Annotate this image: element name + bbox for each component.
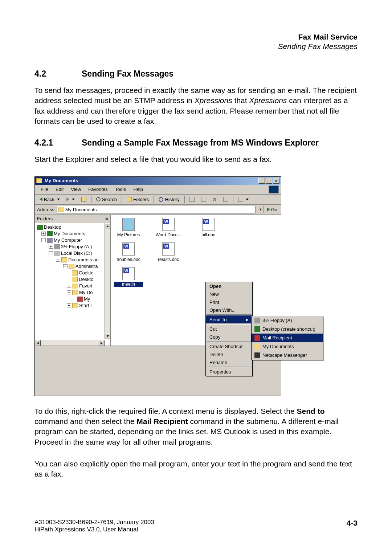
history-icon <box>159 197 163 202</box>
file-item-worddoc[interactable]: Word-Docu... <box>154 218 183 237</box>
folders-button[interactable]: Folders <box>124 196 151 203</box>
menu-favorites[interactable]: Favorites <box>85 186 111 193</box>
forward-button[interactable] <box>64 196 77 202</box>
send-to-submenu: 3½ Floppy (A) Desktop (create shortcut) … <box>251 316 323 360</box>
file-item-pictures[interactable]: My Pictures <box>114 218 143 237</box>
expand-icon[interactable]: + <box>41 232 46 236</box>
menu-file[interactable]: File <box>37 186 52 193</box>
section-title: Sending a Sample Fax Message from MS Win… <box>82 138 319 148</box>
menu-edit[interactable]: Edit <box>52 186 67 193</box>
expand-icon[interactable]: + <box>67 303 71 307</box>
folder-tree[interactable]: Desktop +My Documents −My Computer +3½ F… <box>35 223 110 346</box>
menu-open-with[interactable]: Open With... <box>206 306 252 314</box>
collapse-icon[interactable]: − <box>41 238 46 242</box>
file-item-meeting-selected[interactable]: meetin <box>114 267 143 287</box>
folder-icon <box>72 290 78 295</box>
folder-icon <box>61 257 67 262</box>
sendto-mydocs[interactable]: My Documents <box>252 342 323 351</box>
history-button[interactable]: History <box>156 196 182 203</box>
menu-help[interactable]: Help <box>130 186 147 193</box>
word-icon <box>122 267 135 280</box>
collapse-icon[interactable]: − <box>49 251 53 255</box>
sendto-floppy[interactable]: 3½ Floppy (A) <box>252 316 323 325</box>
menu-view[interactable]: View <box>67 186 85 193</box>
move-icon <box>189 197 195 202</box>
menu-tools[interactable]: Tools <box>111 186 130 193</box>
collapse-icon[interactable]: − <box>56 258 60 262</box>
menu-print[interactable]: Print <box>206 298 252 306</box>
menu-delete[interactable]: Delete <box>206 350 252 358</box>
address-input[interactable]: My Documents <box>57 206 256 213</box>
section-number: 4.2 <box>34 69 82 79</box>
sendto-mail-recipient[interactable]: Mail Recipient <box>252 334 323 342</box>
section-4-2-heading: 4.2 Sending Fax Messages <box>34 69 358 79</box>
maximize-button[interactable]: □ <box>266 178 272 184</box>
folders-icon <box>127 197 132 201</box>
mydocs-icon <box>254 344 260 350</box>
scroll-right-icon[interactable]: ► <box>99 340 105 346</box>
menu-bar: File Edit View Favorites Tools Help <box>35 185 281 195</box>
horizontal-scrollbar[interactable]: ◄ ► <box>35 340 105 346</box>
favorites-icon <box>72 283 78 289</box>
scroll-up-icon[interactable]: ▲ <box>105 223 110 229</box>
views-button[interactable] <box>236 196 251 203</box>
files-pane[interactable]: My Pictures Word-Docu... bill.doc troubl… <box>111 215 281 346</box>
minimize-button[interactable]: _ <box>258 178 265 184</box>
search-icon <box>96 197 101 201</box>
copy-icon <box>201 197 206 202</box>
file-item-results[interactable]: results.doc <box>154 242 183 262</box>
folder-icon <box>72 270 78 276</box>
scroll-down-icon[interactable]: ▼ <box>105 333 110 339</box>
sendto-netscape[interactable]: Netscape Messenger <box>252 351 323 360</box>
undo-button[interactable] <box>221 196 231 203</box>
menu-open[interactable]: Open <box>206 282 252 290</box>
menu-send-to[interactable]: Send To▶ <box>206 315 252 323</box>
address-value: My Documents <box>65 207 97 212</box>
context-menu: Open New Print Open With... Send To▶ Cut… <box>205 282 253 376</box>
menu-new[interactable]: New <box>206 290 252 298</box>
folder-icon <box>72 277 78 282</box>
sendto-desktop[interactable]: Desktop (create shortcut) <box>252 325 323 334</box>
vertical-scrollbar[interactable]: ▲ ▼ <box>105 223 110 339</box>
expand-icon[interactable]: + <box>67 284 71 288</box>
collapse-icon[interactable]: − <box>63 264 68 268</box>
copy-to-button[interactable] <box>199 196 209 203</box>
file-item-troubles[interactable]: troubles.doc <box>114 242 143 262</box>
close-pane-button[interactable]: × <box>105 216 108 222</box>
up-button[interactable] <box>79 196 89 203</box>
delete-button[interactable]: ✕ <box>210 196 219 203</box>
menu-rename[interactable]: Rename <box>206 358 252 366</box>
windows-logo-icon <box>269 185 279 193</box>
disk-icon <box>54 251 60 256</box>
desktop-icon <box>37 225 43 230</box>
menu-properties[interactable]: Properties <box>206 368 252 376</box>
header-subtitle: Sending Fax Messages <box>34 42 358 51</box>
move-to-button[interactable] <box>187 196 197 203</box>
desktop-icon <box>254 326 260 332</box>
back-button[interactable]: Back <box>37 196 62 203</box>
up-icon <box>81 197 86 202</box>
scroll-left-icon[interactable]: ◄ <box>35 340 41 346</box>
collapse-icon[interactable]: − <box>67 290 71 294</box>
file-item-bill[interactable]: bill.doc <box>194 218 223 237</box>
expand-icon[interactable]: + <box>49 245 53 249</box>
title-bar[interactable]: My Documents _ □ × <box>35 177 281 185</box>
floppy-icon <box>254 318 260 323</box>
address-dropdown[interactable]: ▼ <box>258 206 264 213</box>
go-button[interactable]: Go <box>266 207 279 212</box>
page-footer: A31003-S2330-B690-2-7619, January 2003 H… <box>34 519 358 533</box>
netscape-icon <box>254 352 260 358</box>
undo-icon <box>223 197 228 202</box>
section-4-2-1-heading: 4.2.1 Sending a Sample Fax Message from … <box>34 138 358 148</box>
menu-cut[interactable]: Cut <box>206 325 252 333</box>
menu-create-shortcut[interactable]: Create Shortcut <box>206 342 252 350</box>
computer-icon <box>47 238 53 243</box>
explorer-window: My Documents _ □ × File Edit View Favori… <box>34 176 281 396</box>
search-button[interactable]: Search <box>94 196 119 203</box>
menu-copy[interactable]: Copy <box>206 333 252 341</box>
window-title: My Documents <box>43 178 258 183</box>
folder-icon <box>58 207 64 212</box>
header-title: Fax Mail Service <box>34 33 358 41</box>
close-button[interactable]: × <box>273 178 279 184</box>
pictures-folder-icon <box>122 218 135 231</box>
